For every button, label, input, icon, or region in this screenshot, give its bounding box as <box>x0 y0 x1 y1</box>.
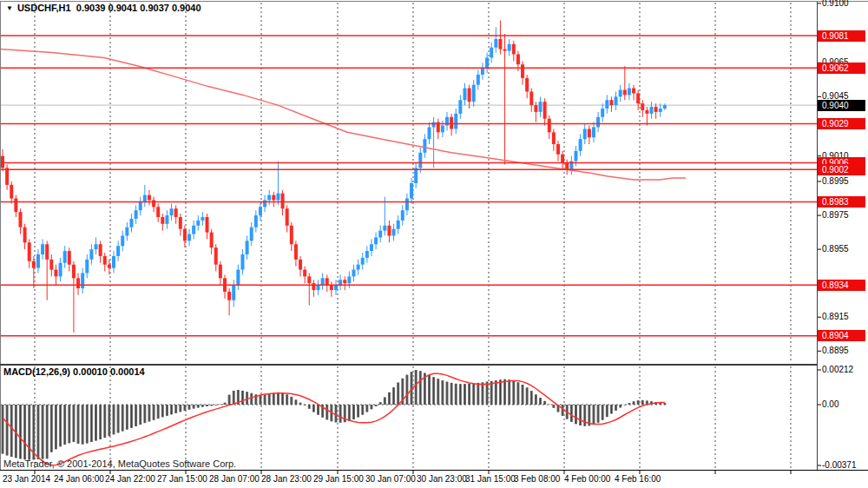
time-axis-label: 4 Feb 00:00 <box>564 474 610 484</box>
macd-axis-tick-label: 0.00212 <box>822 365 867 375</box>
chart-title: ▼USDCHF,H1 0.9039 0.9041 0.9037 0.9040 <box>6 3 201 13</box>
price-axis-tick-label: 0.8995 <box>822 176 867 187</box>
time-axis-label: 31 Jan 15:00 <box>465 474 516 484</box>
time-axis-label: 28 Jan 07:00 <box>209 474 260 484</box>
time-axis-label: 24 Jan 06:00 <box>54 474 104 484</box>
macd-signal-line <box>3 373 665 465</box>
macd-signal-value: 0.00014 <box>110 366 145 377</box>
macd-indicator-label: MACD(12,26,9) 0.00010 0.00014 <box>3 366 145 377</box>
price-line-badge: 0.8904 <box>818 330 865 341</box>
ohlc-low-value: 0.9037 <box>140 3 169 13</box>
time-axis-label: 4 Feb 16:00 <box>615 474 661 484</box>
moving-average-line <box>0 49 686 180</box>
price-axis-tick-label: 0.8955 <box>822 244 867 254</box>
price-line-badge: 0.8983 <box>818 196 865 208</box>
price-line-badge: 0.9062 <box>818 63 865 74</box>
price-axis-tick-label: 0.8915 <box>822 312 867 322</box>
ohlc-close-value: 0.9040 <box>172 3 201 13</box>
time-axis-label: 30 Jan 07:00 <box>365 474 416 484</box>
macd-axis-tick-label: 0.00 <box>822 399 867 410</box>
price-line-badge: 0.8934 <box>818 280 865 291</box>
time-axis-label: 23 Jan 2014 <box>3 474 50 484</box>
time-axis-label: 30 Jan 23:00 <box>417 474 467 484</box>
horizontal-price-lines <box>0 36 817 336</box>
chart-plot-area[interactable] <box>0 0 868 488</box>
ohlc-high-value: 0.9041 <box>108 3 138 13</box>
price-line-badge: 0.9002 <box>818 164 865 175</box>
time-axis-label: 27 Jan 15:00 <box>157 474 207 484</box>
macd-histogram <box>3 370 665 460</box>
macd-main-value: 0.00010 <box>73 366 108 377</box>
macd-axis-tick-label: -0.00371 <box>822 460 867 471</box>
chart-menu-triangle-icon[interactable]: ▼ <box>6 4 13 12</box>
time-axis-label: 24 Jan 22:00 <box>105 474 155 484</box>
time-axis-label: 3 Feb 08:00 <box>514 474 560 484</box>
macd-name: MACD(12,26,9) <box>3 366 70 377</box>
price-axis-tick-label: 0.8895 <box>822 346 867 356</box>
price-line-badge: 0.9029 <box>818 118 865 129</box>
price-axis-tick-label: 0.9100 <box>822 0 867 9</box>
ohlc-open-value: 0.9039 <box>76 3 106 13</box>
mt4-chart-window: ▼USDCHF,H1 0.9039 0.9041 0.9037 0.9040 M… <box>0 0 868 488</box>
current-price-badge: 0.9040 <box>818 100 865 111</box>
time-axis-label: 29 Jan 15:00 <box>313 474 364 484</box>
price-line-badge: 0.9081 <box>818 30 865 42</box>
symbol-period-label: USDCHF,H1 <box>17 3 71 13</box>
candlesticks <box>1 20 667 332</box>
metatrader-watermark: MetaTrader, © 2001-2014, MetaQuotes Soft… <box>3 458 236 469</box>
price-axis-tick-label: 0.8975 <box>822 210 867 221</box>
time-axis-label: 28 Jan 23:00 <box>261 474 312 484</box>
